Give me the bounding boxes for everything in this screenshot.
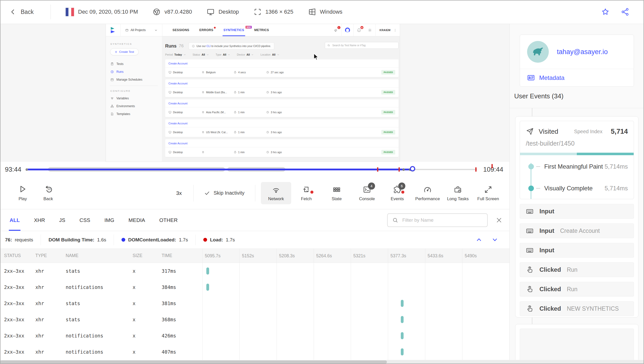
- test-search-input[interactable]: [332, 44, 396, 47]
- horizontal-scrollbar[interactable]: [0, 360, 644, 364]
- user-event-clicked[interactable]: Clicked Run: [520, 282, 634, 297]
- mini-sidebar-item-tests[interactable]: Tests: [110, 62, 161, 66]
- chevron-down-icon: [184, 54, 186, 56]
- kebab-menu-icon[interactable]: ⋮: [393, 28, 400, 32]
- mini-tab-metrics[interactable]: METRICS: [254, 24, 269, 36]
- favorite-star-icon[interactable]: [601, 8, 610, 16]
- waterfall-gridline: [462, 344, 462, 360]
- run-card[interactable]: Create Account Desktop Middle East (Ba..…: [165, 79, 399, 97]
- mini-tab-synthetics[interactable]: SYNTHETICS NEW: [224, 24, 244, 36]
- create-test-button[interactable]: Create Test: [110, 48, 139, 55]
- playhead-handle[interactable]: [410, 166, 415, 171]
- waterfall-cell: [198, 328, 509, 344]
- filter-type[interactable]: Type All: [216, 53, 230, 56]
- play-button[interactable]: Play: [18, 185, 27, 201]
- network-request-row[interactable]: 2xx–3xx xhr notifications x 407ms: [0, 344, 509, 360]
- network-request-row[interactable]: 2xx–3xx xhr stats x 381ms: [0, 295, 509, 311]
- playback-speed-button[interactable]: 3x: [165, 190, 193, 196]
- jump-previous-button[interactable]: [476, 236, 482, 243]
- panel-button-long-tasks[interactable]: Long Tasks: [443, 182, 473, 204]
- chevron-down-icon: [228, 54, 230, 56]
- back-10s-button[interactable]: 10 Back: [43, 185, 53, 201]
- status-badge: PASSED: [381, 150, 395, 154]
- visited-event-card[interactable]: Visited Speed Index 5,714 /test-builder/…: [520, 121, 634, 199]
- user-event-clicked[interactable]: Clicked Run: [520, 262, 634, 277]
- network-tab-all[interactable]: ALL: [10, 209, 20, 231]
- run-test-name-link[interactable]: Create Account: [165, 139, 399, 147]
- network-request-row[interactable]: 2xx–3xx xhr stats x 368ms: [0, 311, 509, 328]
- network-filter-input[interactable]: [402, 217, 483, 223]
- load-time: Load:1.7s: [195, 235, 242, 245]
- run-test-name-link[interactable]: Create Account: [165, 99, 399, 107]
- panel-button-full-screen[interactable]: Full Screen: [473, 182, 503, 204]
- panel-button-console[interactable]: 4 Console: [352, 182, 382, 204]
- network-tab-img[interactable]: IMG: [104, 209, 114, 231]
- filter-location[interactable]: Location All: [260, 53, 279, 56]
- user-event-clicked[interactable]: Clicked NEW SYNTHETICS: [520, 301, 634, 316]
- panel-button-performance[interactable]: Performance: [412, 182, 443, 204]
- announcements-button[interactable]: 1: [331, 24, 341, 36]
- mini-tab-sessions[interactable]: SESSIONS: [172, 24, 189, 36]
- close-icon: [496, 217, 502, 223]
- waterfall-gridline: [202, 295, 203, 311]
- run-card[interactable]: Create Account Desktop US West (N. Cal..…: [165, 119, 399, 137]
- network-tab-other[interactable]: OTHER: [159, 209, 178, 231]
- user-event-input[interactable]: Input Create Account: [520, 223, 634, 238]
- request-type: xhr: [35, 317, 66, 322]
- timeline-event-tick: [399, 167, 400, 172]
- panel-button-state[interactable]: State: [321, 182, 352, 204]
- panel-button-fetch[interactable]: Fetch: [291, 182, 321, 204]
- user-event-input[interactable]: Input: [520, 204, 634, 219]
- filter-device[interactable]: Device All: [237, 53, 254, 56]
- cli-link[interactable]: CLI: [207, 44, 211, 48]
- project-selector[interactable]: All Projects: [120, 24, 162, 36]
- settings-button[interactable]: [364, 24, 375, 36]
- scrollbar-thumb[interactable]: [0, 360, 387, 363]
- network-tab-media[interactable]: MEDIA: [129, 209, 145, 231]
- network-request-row[interactable]: 2xx–3xx xhr stats x 317ms: [0, 263, 509, 279]
- panel-button-events[interactable]: 6 Events: [382, 182, 412, 204]
- network-filter-tabs: ALLXHRJSCSSIMGMEDIAOTHER: [0, 209, 509, 231]
- run-test-name-link[interactable]: Create Account: [165, 79, 399, 87]
- run-card[interactable]: Create Account Desktop Belgium 4 secs 27…: [165, 59, 399, 77]
- network-request-row[interactable]: 2xx–3xx xhr notifications x 426ms: [0, 328, 509, 344]
- mini-sidebar-item-templates[interactable]: Templates: [110, 112, 161, 116]
- skip-inactivity-toggle[interactable]: Skip Inactivity: [194, 190, 255, 196]
- waterfall-gridline: [425, 249, 425, 263]
- back-button[interactable]: Back: [0, 8, 51, 15]
- hand-click-icon: [526, 266, 534, 274]
- network-filter-box[interactable]: [387, 213, 488, 227]
- run-test-name-link[interactable]: Create Account: [165, 59, 399, 67]
- user-menu[interactable]: KRAIEM: [376, 29, 393, 32]
- mini-sidebar-item-environments[interactable]: Environments: [110, 104, 161, 108]
- browser-version: v87.0.4280: [153, 8, 192, 16]
- mini-sidebar-item-manage-schedules[interactable]: Manage Schedules: [110, 78, 161, 81]
- network-tab-css[interactable]: CSS: [80, 209, 90, 231]
- filter-period[interactable]: Period Today: [165, 53, 186, 56]
- filter-status[interactable]: Status All: [193, 53, 209, 56]
- mini-sidebar-item-variables[interactable]: Variables: [110, 97, 161, 100]
- run-test-name-link[interactable]: Create Account: [165, 119, 399, 127]
- run-card[interactable]: Create Account Desktop 1 min 3 hrs ago P…: [165, 139, 399, 157]
- network-tab-js[interactable]: JS: [59, 209, 65, 231]
- user-event-input[interactable]: Input: [520, 243, 634, 258]
- mini-tab-errors[interactable]: ERRORS: [199, 24, 213, 36]
- clock-icon: [266, 111, 269, 114]
- timeline-track[interactable]: [26, 162, 477, 177]
- jump-next-button[interactable]: [491, 236, 498, 243]
- network-tab-xhr[interactable]: XHR: [34, 209, 45, 231]
- network-request-row[interactable]: 2xx–3xx xhr notifications x 384ms: [0, 279, 509, 295]
- share-icon[interactable]: [621, 8, 629, 16]
- notifications-button[interactable]: 33: [354, 24, 364, 36]
- app-logo-icon: [106, 24, 120, 36]
- keyboard-icon: [526, 208, 534, 215]
- waterfall-gridline: [351, 279, 351, 295]
- mini-sidebar-item-runs[interactable]: Runs: [110, 70, 161, 74]
- metadata-button[interactable]: Metadata: [520, 69, 634, 86]
- clipboard-icon: [110, 62, 114, 66]
- run-card[interactable]: Create Account Desktop Asia Pacific (M..…: [165, 99, 399, 117]
- test-search-box[interactable]: [325, 42, 399, 49]
- user-email-link[interactable]: tahay@asayer.io: [557, 48, 608, 56]
- panel-button-network[interactable]: Network: [261, 182, 291, 204]
- close-panel-button[interactable]: [494, 215, 504, 225]
